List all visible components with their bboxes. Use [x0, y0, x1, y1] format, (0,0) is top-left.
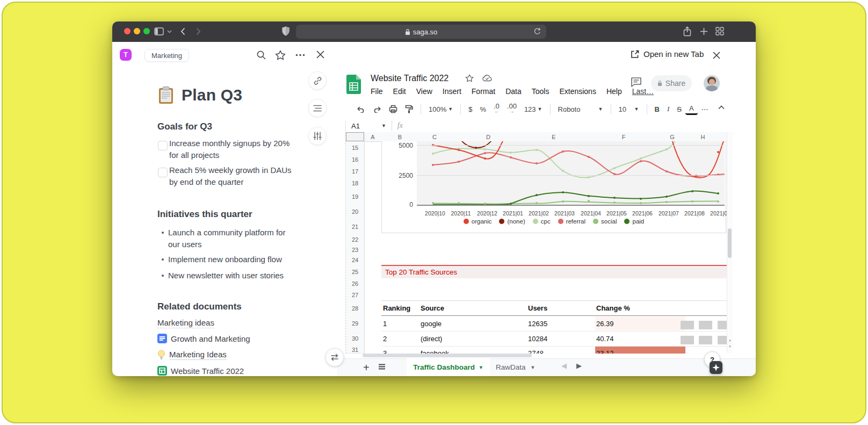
column-header[interactable]: E — [526, 132, 582, 142]
menu-data[interactable]: Data — [505, 87, 522, 96]
copy-link-button[interactable] — [308, 71, 327, 90]
name-box[interactable]: A1 — [351, 122, 360, 130]
table-cell-change[interactable]: 26.39 — [596, 320, 614, 328]
list-item[interactable]: New newsletter with user stories — [168, 270, 293, 282]
font-select[interactable]: Roboto▼ — [554, 103, 607, 116]
favorite-star-icon[interactable] — [275, 50, 286, 60]
add-sheet-button[interactable]: + — [363, 362, 370, 374]
decrease-decimals-button[interactable]: .0← — [490, 103, 503, 116]
checkbox[interactable] — [158, 168, 168, 177]
row-header[interactable]: 19 — [346, 189, 365, 205]
more-toolbar-button[interactable]: ⋯ — [698, 103, 712, 116]
row-header[interactable]: 18 — [346, 177, 365, 190]
row-header[interactable]: 23 — [346, 244, 365, 255]
back-icon[interactable] — [180, 27, 185, 35]
tab-overview-icon[interactable] — [715, 27, 724, 35]
minimize-window-button[interactable] — [134, 28, 140, 34]
scroll-up-arrow[interactable]: ▲ — [728, 338, 732, 342]
name-box-caret-icon[interactable]: ▼ — [381, 123, 386, 128]
menu-help[interactable]: Help — [606, 87, 622, 96]
row-header[interactable]: 27 — [346, 289, 365, 301]
collapse-toolbar-icon[interactable] — [718, 105, 725, 110]
reload-icon[interactable] — [533, 27, 541, 35]
checkbox[interactable] — [158, 141, 168, 150]
table-cell-change[interactable]: 40.74 — [596, 335, 614, 343]
row-header[interactable]: 20 — [346, 204, 365, 220]
column-header[interactable]: D — [451, 132, 526, 142]
privacy-shield-icon[interactable] — [281, 26, 290, 37]
related-doc-link[interactable]: Website Traffic 2022 — [157, 366, 244, 376]
row-header[interactable]: 31 — [346, 346, 365, 354]
undo-icon[interactable] — [353, 103, 369, 116]
table-cell-users[interactable]: 10284 — [528, 335, 547, 343]
related-doc-link[interactable]: Marketing ideas — [157, 318, 214, 328]
table-header[interactable]: Users — [528, 304, 547, 312]
column-header[interactable]: B — [381, 132, 419, 142]
url-bar[interactable]: saga.so — [296, 25, 546, 39]
format-currency-button[interactable]: $ — [465, 103, 476, 116]
star-doc-icon[interactable] — [465, 74, 474, 82]
table-cell-ranking[interactable]: 3 — [383, 349, 387, 354]
tabs-scroll-left-icon[interactable]: ◀ — [561, 362, 567, 370]
zoom-select[interactable]: 100%▼ — [425, 103, 457, 116]
close-panel-icon[interactable] — [316, 50, 325, 59]
menu-extensions[interactable]: Extensions — [559, 87, 596, 96]
horizontal-scrollbar-thumb[interactable] — [363, 354, 532, 357]
strikethrough-button[interactable]: S — [673, 103, 685, 116]
table-cell-source[interactable]: (direct) — [421, 335, 442, 343]
format-percent-button[interactable]: % — [476, 103, 490, 116]
close-embed-icon[interactable] — [712, 51, 721, 60]
sidebar-toggle-icon[interactable] — [154, 27, 164, 35]
table-cell-ranking[interactable]: 2 — [383, 335, 387, 343]
forward-icon[interactable] — [196, 27, 201, 35]
workspace-avatar[interactable]: T — [120, 49, 132, 61]
related-doc-link[interactable]: Marketing Ideas — [157, 350, 227, 360]
bold-button[interactable]: B — [651, 103, 663, 116]
zoom-window-button[interactable] — [143, 28, 150, 34]
saga-ai-button[interactable] — [710, 361, 722, 374]
row-header[interactable]: 22 — [346, 234, 365, 245]
row-header[interactable]: 30 — [346, 331, 365, 347]
scrollbar-thumb[interactable] — [728, 228, 732, 258]
user-avatar[interactable] — [704, 75, 720, 91]
redo-icon[interactable] — [369, 103, 385, 116]
menu-view[interactable]: View — [416, 87, 432, 96]
more-options-icon[interactable] — [295, 54, 305, 56]
new-tab-icon[interactable] — [700, 27, 708, 35]
open-in-new-tab-button[interactable]: Open in new Tab — [631, 49, 704, 59]
table-header[interactable]: Change % — [596, 304, 630, 312]
breadcrumb[interactable]: Marketing — [144, 49, 189, 62]
paint-format-icon[interactable] — [401, 103, 417, 116]
column-header[interactable]: A — [364, 132, 382, 142]
select-all-corner[interactable] — [346, 132, 364, 141]
tab-menu-caret-icon[interactable]: ▼ — [531, 365, 536, 370]
last-edit-link[interactable]: Last… — [632, 87, 654, 96]
outline-button[interactable] — [308, 99, 327, 117]
share-icon[interactable] — [683, 26, 691, 37]
goal-item[interactable]: Reach 5% weekly growth in DAUs by end of… — [169, 164, 296, 188]
row-header[interactable]: 21 — [346, 219, 365, 235]
traffic-line-chart[interactable]: 5000 2500 0 2020|10 2020|11 — [381, 141, 726, 233]
row-header[interactable]: 15 — [346, 141, 365, 154]
row-header[interactable]: 29 — [346, 316, 365, 332]
spreadsheet-title[interactable]: Website Traffic 2022 — [371, 74, 449, 83]
column-header[interactable]: H — [679, 132, 727, 142]
table-cell-source[interactable]: google — [421, 320, 442, 328]
menu-file[interactable]: File — [371, 87, 383, 96]
tab-menu-caret-icon[interactable]: ▼ — [479, 365, 483, 370]
comments-icon[interactable] — [631, 77, 642, 88]
share-button[interactable]: Share — [651, 75, 692, 91]
table-cell-change[interactable]: 23.12 — [596, 349, 614, 354]
table-cell-users[interactable]: 2748 — [528, 349, 544, 354]
goal-item[interactable]: Increase monthly signups by 20% for all … — [169, 138, 296, 161]
table-cell-ranking[interactable]: 1 — [383, 320, 387, 328]
table-cell-users[interactable]: 12635 — [528, 320, 547, 328]
filters-button[interactable] — [308, 127, 327, 145]
column-header[interactable]: G — [666, 132, 679, 142]
number-format-select[interactable]: 123▼ — [520, 103, 546, 116]
column-header[interactable]: C — [418, 132, 451, 142]
tabs-scroll-right-icon[interactable]: ▶ — [576, 362, 582, 370]
row-header[interactable]: 17 — [346, 165, 365, 178]
italic-button[interactable]: I — [663, 103, 673, 116]
table-cell-source[interactable]: facebook — [421, 349, 449, 354]
